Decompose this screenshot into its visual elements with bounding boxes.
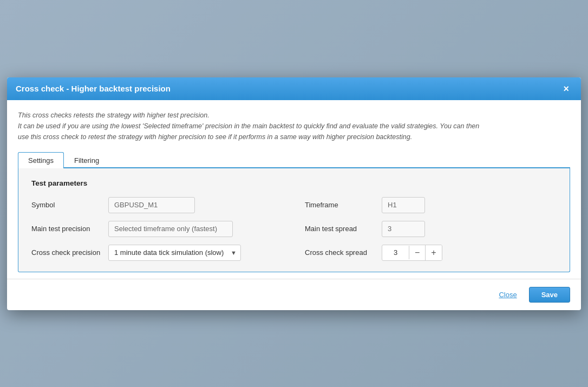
settings-panel: Test parameters Symbol Timeframe Main te…: [18, 168, 570, 272]
save-button[interactable]: Save: [529, 287, 570, 303]
description-line2: It can be used if you are using the lowe…: [18, 122, 479, 130]
description-line1: This cross checks retests the strategy w…: [18, 111, 210, 119]
main-test-precision-label: Main test precision: [31, 225, 102, 233]
timeframe-input[interactable]: [382, 197, 425, 213]
main-test-precision-row: Main test precision: [31, 221, 283, 237]
symbol-row: Symbol: [31, 197, 283, 213]
spread-plus-button[interactable]: +: [426, 245, 441, 260]
tab-bar: Settings Filtering: [18, 151, 570, 168]
section-title: Test parameters: [31, 179, 557, 187]
cross-check-spread-label: Cross check spread: [305, 248, 375, 257]
tab-settings[interactable]: Settings: [18, 152, 64, 168]
cross-check-precision-wrap: 1 minute data tick simulation (slow) Sel…: [108, 245, 241, 261]
cross-check-spread-row: Cross check spread 3 − +: [305, 245, 557, 261]
spread-value: 3: [382, 246, 409, 259]
cross-check-precision-label: Cross check precision: [31, 248, 102, 257]
modal-body: This cross checks retests the strategy w…: [7, 100, 581, 279]
symbol-label: Symbol: [31, 201, 102, 209]
modal-header: Cross check - Higher backtest precision …: [7, 77, 581, 100]
modal-dialog: Cross check - Higher backtest precision …: [7, 77, 581, 310]
modal-title: Cross check - Higher backtest precision: [16, 84, 171, 93]
timeframe-label: Timeframe: [305, 201, 375, 209]
tab-filtering[interactable]: Filtering: [64, 152, 109, 168]
symbol-input[interactable]: [108, 197, 195, 213]
main-test-spread-row: Main test spread: [305, 221, 557, 237]
modal-close-x-button[interactable]: ×: [560, 83, 572, 95]
cross-check-precision-select[interactable]: 1 minute data tick simulation (slow) Sel…: [108, 245, 241, 261]
description-block: This cross checks retests the strategy w…: [18, 110, 570, 142]
spread-minus-button[interactable]: −: [409, 245, 425, 260]
close-button[interactable]: Close: [492, 287, 523, 303]
spread-control: 3 − +: [382, 245, 442, 261]
cross-check-precision-row: Cross check precision 1 minute data tick…: [31, 245, 283, 261]
params-grid: Symbol Timeframe Main test precision Mai…: [31, 197, 557, 261]
main-test-spread-label: Main test spread: [305, 225, 375, 233]
modal-footer: Close Save: [7, 279, 581, 310]
timeframe-row: Timeframe: [305, 197, 557, 213]
main-test-spread-input[interactable]: [382, 221, 425, 237]
main-test-precision-input: [108, 221, 233, 237]
description-line3: use this cross check to retest the strat…: [18, 133, 412, 141]
